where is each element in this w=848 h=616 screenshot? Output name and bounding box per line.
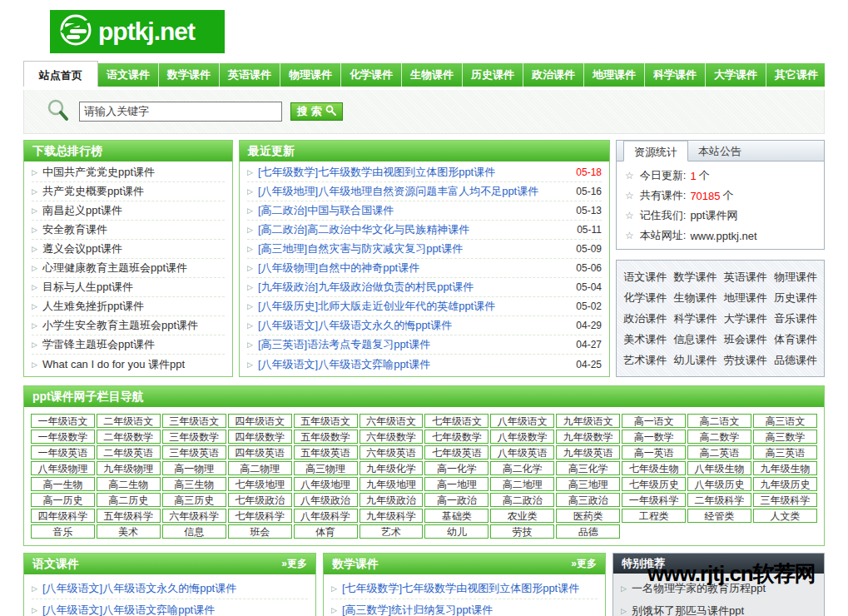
category-link[interactable]: 政治课件 [620,310,670,327]
subnav-link[interactable]: 高一化学 [424,461,488,475]
stats-tab[interactable]: 本站公告 [688,141,751,161]
ranking-link[interactable]: 共产党史概要ppt课件 [42,184,144,199]
subnav-link[interactable]: 高二语文 [687,414,751,428]
category-link[interactable]: 信息课件 [670,330,720,348]
subnav-link[interactable]: 高一地理 [424,477,488,491]
subnav-link[interactable]: 八年级地理 [294,477,358,491]
subnav-link[interactable]: 八年级物理 [31,461,95,475]
ranking-link[interactable]: 目标与人生ppt课件 [42,280,133,295]
subnav-link[interactable]: 九年级地理 [360,477,424,491]
stats-tab[interactable]: 资源统计 [623,141,688,161]
subnav-link[interactable]: 七年级英语 [424,445,488,460]
subnav-link[interactable]: 高二生物 [97,477,161,491]
subnav-link[interactable]: 六年级科学 [162,509,226,523]
subnav-link[interactable]: 八年级英语 [490,445,554,460]
subnav-link[interactable]: 九年级科学 [360,509,424,523]
nav-tab[interactable]: 站点首页 [23,61,98,87]
subnav-link[interactable]: 六年级数学 [360,430,424,444]
subnav-link[interactable]: 高二英语 [687,445,751,460]
category-link[interactable]: 数学课件 [670,268,720,286]
subnav-link[interactable]: 九年级生物 [753,461,817,475]
subnav-link[interactable]: 八年级历史 [687,477,751,491]
nav-tab[interactable]: 其它课件 [766,63,827,87]
subnav-link[interactable]: 七年级科学 [228,509,292,523]
featured-item-link[interactable]: 一名物理学家的教育历程ppt [632,581,766,596]
subnav-link[interactable]: 班会 [228,524,292,539]
subnav-link[interactable]: 五年级英语 [294,445,358,460]
subnav-link[interactable]: 三年级科学 [753,493,817,507]
chinese-item-link[interactable]: [八年级语文]八年级语文弈喻ppt课件 [42,603,215,616]
math-item-link[interactable]: [高三数学]统计归纳复习ppt课件 [342,603,493,616]
subnav-link[interactable]: 体育 [294,524,358,539]
subnav-link[interactable]: 四年级语文 [228,414,292,428]
subnav-link[interactable]: 七年级地理 [228,477,292,491]
recent-link[interactable]: [高三英语]语法考点专题复习ppt课件 [258,337,430,352]
subnav-link[interactable]: 高二化学 [490,461,554,475]
subnav-link[interactable]: 三年级语文 [162,414,226,428]
subnav-link[interactable]: 信息 [162,524,226,539]
subnav-link[interactable]: 高二地理 [490,477,554,491]
category-link[interactable]: 生物课件 [670,289,720,306]
ranking-link[interactable]: 安全教育课件 [42,222,107,237]
recent-link[interactable]: [八年级物理]自然中的神奇ppt课件 [258,261,419,276]
category-link[interactable]: 语文课件 [620,268,670,286]
subnav-link[interactable]: 二年级数学 [97,430,161,444]
subnav-link[interactable]: 一年级科学 [622,493,686,507]
subnav-link[interactable]: 高一历史 [31,493,95,507]
subnav-link[interactable]: 高三生物 [162,477,226,491]
subnav-link[interactable]: 高三地理 [556,477,620,491]
subnav-link[interactable]: 高二数学 [687,430,751,444]
subnav-link[interactable]: 二年级英语 [97,445,161,460]
nav-tab[interactable]: 政治课件 [523,63,584,87]
subnav-link[interactable]: 高二历史 [97,493,161,507]
math-item-link[interactable]: [七年级数学]七年级数学由视图到立体图形ppt课件 [342,581,579,596]
category-link[interactable]: 化学课件 [620,289,670,306]
search-input[interactable] [79,102,282,122]
chinese-more-link[interactable]: »更多 [281,554,307,574]
subnav-link[interactable]: 医药类 [556,509,620,523]
subnav-link[interactable]: 九年级历史 [753,477,817,491]
nav-tab[interactable]: 生物课件 [402,63,463,87]
subnav-link[interactable]: 高三语文 [753,414,817,428]
subnav-link[interactable]: 八年级政治 [294,493,358,507]
subnav-link[interactable]: 七年级历史 [622,477,686,491]
nav-tab[interactable]: 物理课件 [280,63,341,87]
subnav-link[interactable]: 五年级数学 [294,430,358,444]
subnav-link[interactable]: 九年级化学 [360,461,424,475]
subnav-link[interactable]: 三年级英语 [162,445,226,460]
category-link[interactable]: 地理课件 [721,289,771,306]
subnav-link[interactable]: 高一政治 [424,493,488,507]
recent-link[interactable]: [八年级历史]北师大版走近创业年代的英雄ppt课件 [258,299,495,314]
subnav-link[interactable]: 四年级英语 [228,445,292,460]
subnav-link[interactable]: 高三数学 [753,430,817,444]
subnav-link[interactable]: 八年级生物 [687,461,751,475]
subnav-link[interactable]: 幼儿 [424,524,488,539]
recent-link[interactable]: [八年级地理]八年级地理自然资源问题丰富人均不足ppt课件 [258,184,538,199]
subnav-link[interactable]: 高一数学 [622,430,686,444]
subnav-link[interactable]: 五年级科学 [97,509,161,523]
category-link[interactable]: 幼儿课件 [670,351,720,369]
subnav-link[interactable]: 七年级生物 [622,461,686,475]
category-link[interactable]: 美术课件 [620,330,670,348]
subnav-link[interactable]: 高一语文 [622,414,686,428]
subnav-link[interactable]: 高一英语 [622,445,686,460]
subnav-link[interactable]: 八年级数学 [490,430,554,444]
subnav-link[interactable]: 二年级语文 [97,414,161,428]
nav-tab[interactable]: 数学课件 [159,63,220,87]
nav-tab[interactable]: 英语课件 [220,63,280,87]
subnav-link[interactable]: 高一生物 [31,477,95,491]
recent-link[interactable]: [高二政治]中国与联合国课件 [258,203,394,218]
category-link[interactable]: 科学课件 [670,310,720,327]
subnav-link[interactable]: 美术 [97,524,161,539]
category-link[interactable]: 历史课件 [771,289,821,306]
subnav-link[interactable]: 高三政治 [556,493,620,507]
category-link[interactable]: 劳技课件 [721,351,771,369]
subnav-link[interactable]: 六年级语文 [360,414,424,428]
subnav-link[interactable]: 工程类 [622,509,686,523]
ranking-link[interactable]: 学雷锋主题班会ppt课件 [42,337,155,352]
subnav-link[interactable]: 九年级政治 [360,493,424,507]
subnav-link[interactable]: 基础类 [424,509,488,523]
ranking-link[interactable]: 南昌起义ppt课件 [42,203,122,218]
subnav-link[interactable]: 八年级语文 [490,414,554,428]
subnav-link[interactable]: 高三物理 [294,461,358,475]
